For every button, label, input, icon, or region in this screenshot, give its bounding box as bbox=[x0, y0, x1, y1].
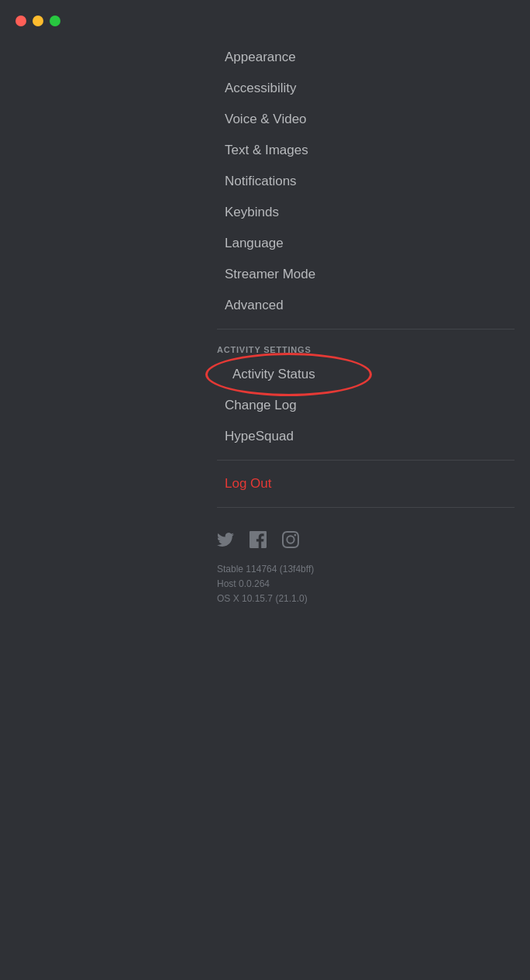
sidebar-item-hypesquad[interactable]: HypeSquad bbox=[8, 421, 522, 452]
sidebar-item-keybinds[interactable]: Keybinds bbox=[8, 197, 522, 228]
log-out-button[interactable]: Log Out bbox=[8, 468, 522, 499]
sidebar-item-activity-status[interactable]: Activity Status bbox=[15, 359, 515, 390]
minimize-button[interactable] bbox=[33, 16, 43, 26]
sidebar-item-appearance[interactable]: Appearance bbox=[8, 42, 522, 73]
sidebar-item-advanced[interactable]: Advanced bbox=[8, 290, 522, 321]
window-controls bbox=[0, 0, 530, 34]
sidebar-item-streamer-mode[interactable]: Streamer Mode bbox=[8, 259, 522, 290]
version-info: Stable 114764 (13f4bff) Host 0.0.264 OS … bbox=[0, 559, 530, 610]
social-icons-row bbox=[0, 516, 530, 559]
divider-social bbox=[217, 507, 515, 508]
sidebar-item-text-images[interactable]: Text & Images bbox=[8, 135, 522, 166]
divider-logout bbox=[217, 460, 515, 461]
sidebar-item-change-log[interactable]: Change Log bbox=[8, 390, 522, 421]
maximize-button[interactable] bbox=[50, 16, 60, 26]
sidebar: Appearance Accessibility Voice & Video T… bbox=[0, 34, 530, 610]
divider-activity bbox=[217, 329, 515, 330]
close-button[interactable] bbox=[15, 16, 26, 26]
sidebar-item-notifications[interactable]: Notifications bbox=[8, 166, 522, 197]
facebook-icon[interactable] bbox=[250, 531, 267, 551]
sidebar-item-accessibility[interactable]: Accessibility bbox=[8, 73, 522, 104]
twitter-icon[interactable] bbox=[217, 531, 234, 551]
sidebar-item-language[interactable]: Language bbox=[8, 228, 522, 259]
section-label-activity: ACTIVITY SETTINGS bbox=[0, 337, 530, 359]
instagram-icon[interactable] bbox=[282, 531, 299, 551]
sidebar-item-voice-video[interactable]: Voice & Video bbox=[8, 104, 522, 135]
